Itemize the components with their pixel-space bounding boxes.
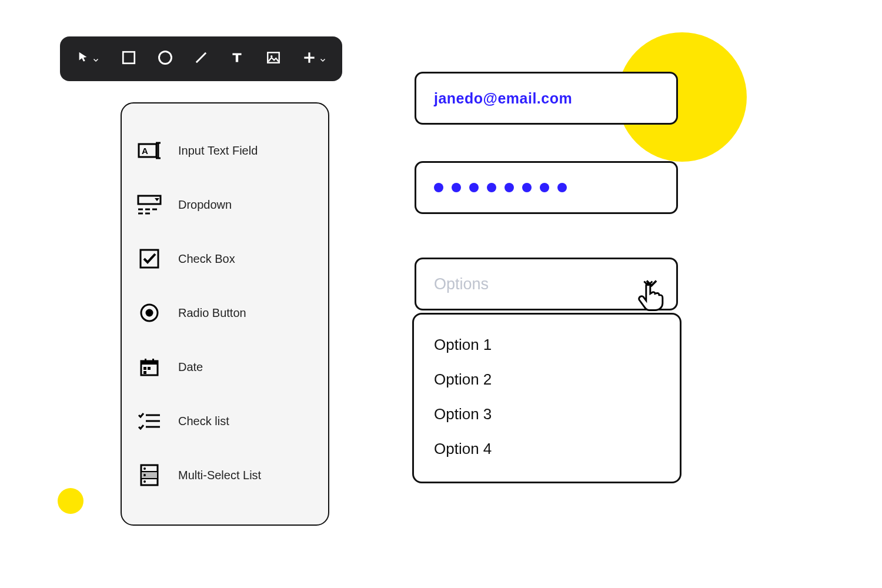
svg-point-33 xyxy=(143,480,146,483)
add-tool[interactable] xyxy=(298,50,330,68)
menu-item-checkbox[interactable]: Check Box xyxy=(137,232,313,286)
menu-item-label: Multi-Select List xyxy=(178,469,261,482)
line-tool[interactable] xyxy=(189,49,212,68)
circle-tool[interactable] xyxy=(153,49,176,68)
options-dropdown: Option 1 Option 2 Option 3 Option 4 xyxy=(412,313,681,483)
svg-rect-0 xyxy=(123,52,135,64)
chevron-down-icon xyxy=(92,55,99,62)
password-field[interactable] xyxy=(415,161,678,214)
svg-text:A: A xyxy=(142,146,148,156)
menu-item-date[interactable]: Date xyxy=(137,340,313,394)
option-item[interactable]: Option 3 xyxy=(434,397,663,432)
multi-select-icon xyxy=(137,463,162,487)
svg-rect-23 xyxy=(143,367,146,370)
svg-point-18 xyxy=(146,309,153,317)
plus-icon xyxy=(302,50,317,68)
pointer-icon xyxy=(77,51,90,66)
radio-icon xyxy=(137,300,162,325)
svg-rect-22 xyxy=(152,359,154,363)
svg-rect-21 xyxy=(145,359,146,363)
menu-item-label: Dropdown xyxy=(178,198,232,212)
circle-icon xyxy=(157,49,173,68)
chevron-down-icon xyxy=(319,55,326,62)
option-item[interactable]: Option 2 xyxy=(434,362,663,397)
decorative-circle-small xyxy=(58,488,83,514)
menu-item-checklist[interactable]: Check list xyxy=(137,394,313,448)
text-tool[interactable] xyxy=(226,50,249,68)
drawing-toolbar xyxy=(60,36,342,81)
menu-item-radio[interactable]: Radio Button xyxy=(137,286,313,340)
pointer-tool[interactable] xyxy=(72,51,104,66)
image-icon xyxy=(266,50,281,68)
svg-point-31 xyxy=(143,467,146,470)
svg-rect-3 xyxy=(268,52,279,62)
menu-item-multiselect[interactable]: Multi-Select List xyxy=(137,448,313,502)
menu-item-label: Date xyxy=(178,360,203,374)
svg-rect-25 xyxy=(143,371,146,374)
menu-item-label: Check list xyxy=(178,415,229,428)
checklist-icon xyxy=(137,409,162,433)
svg-rect-20 xyxy=(141,361,158,365)
option-item[interactable]: Option 4 xyxy=(434,432,663,466)
checkbox-icon xyxy=(137,246,162,271)
option-item[interactable]: Option 1 xyxy=(434,328,663,362)
image-tool[interactable] xyxy=(262,50,285,68)
square-icon xyxy=(121,50,136,68)
dropdown-icon xyxy=(137,192,162,217)
cursor-hand-icon xyxy=(634,279,667,312)
svg-line-2 xyxy=(196,53,206,62)
line-icon xyxy=(193,49,209,68)
widget-menu: A Input Text Field Dropdown Check Box Ra… xyxy=(121,102,329,526)
menu-item-dropdown[interactable]: Dropdown xyxy=(137,178,313,232)
password-dots xyxy=(434,183,567,192)
email-value: janedo@email.com xyxy=(434,90,572,107)
menu-item-label: Radio Button xyxy=(178,306,246,320)
menu-item-input-text[interactable]: A Input Text Field xyxy=(137,123,313,178)
select-placeholder: Options xyxy=(434,275,489,293)
svg-point-1 xyxy=(159,52,171,64)
menu-item-label: Input Text Field xyxy=(178,144,258,158)
email-field[interactable]: janedo@email.com xyxy=(415,72,678,125)
svg-point-32 xyxy=(143,474,146,476)
input-text-icon: A xyxy=(137,138,162,163)
calendar-icon xyxy=(137,355,162,379)
menu-item-label: Check Box xyxy=(178,252,235,266)
text-icon xyxy=(229,50,245,68)
svg-rect-24 xyxy=(148,367,151,370)
rectangle-tool[interactable] xyxy=(117,50,140,68)
